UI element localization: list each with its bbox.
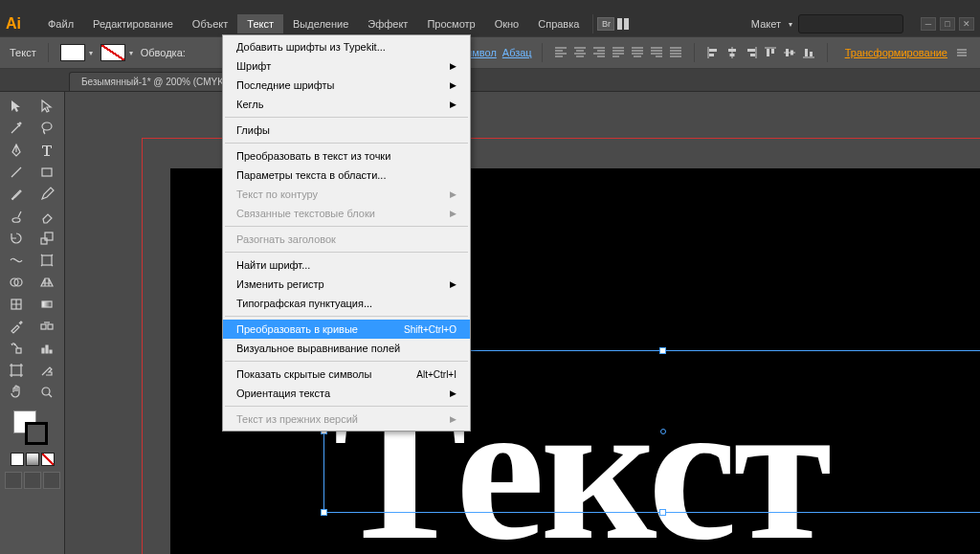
menu-view[interactable]: Просмотр [417, 14, 484, 33]
obj-align-left-icon[interactable] [704, 44, 722, 61]
lasso-tool[interactable] [33, 118, 61, 139]
align-right-icon[interactable] [590, 44, 608, 61]
app-logo: Ai [6, 15, 21, 33]
paintbrush-tool[interactable] [2, 184, 31, 205]
bridge-icon[interactable]: Br [597, 17, 614, 31]
menu-select[interactable]: Выделение [283, 14, 358, 33]
obj-align-bottom-icon[interactable] [800, 44, 817, 61]
menu-item-label: Кегль [236, 99, 263, 110]
rectangle-tool[interactable] [33, 162, 61, 183]
close-button[interactable]: ✕ [959, 17, 974, 31]
gradient-tool[interactable] [33, 294, 61, 315]
align-center-icon[interactable] [571, 44, 589, 61]
menu-item[interactable]: Преобразовать в кривыеShift+Ctrl+O [223, 320, 470, 339]
menu-effect[interactable]: Эффект [358, 14, 417, 33]
type-tool[interactable] [33, 140, 61, 161]
menu-item[interactable]: Кегль▶ [223, 95, 470, 114]
menu-object[interactable]: Объект [183, 14, 237, 33]
menu-item[interactable]: Ориентация текста▶ [223, 384, 470, 403]
menu-item[interactable]: Преобразовать в текст из точки [223, 146, 470, 166]
justify-all-icon[interactable] [667, 44, 684, 61]
scale-tool[interactable] [33, 228, 61, 249]
eraser-tool[interactable] [33, 206, 61, 227]
menu-file[interactable]: Файл [38, 14, 83, 33]
stroke-swatch[interactable] [100, 44, 125, 61]
arrange-docs-icon[interactable] [614, 15, 632, 33]
submenu-arrow-icon: ▶ [450, 100, 457, 109]
justify-left-icon[interactable] [610, 44, 627, 61]
fill-stroke-selector[interactable] [0, 410, 64, 447]
rotate-tool[interactable] [2, 228, 31, 249]
menu-item[interactable]: Типографская пунктуация... [223, 294, 470, 313]
column-graph-tool[interactable] [33, 338, 61, 359]
menu-item[interactable]: Показать скрытые символыAlt+Ctrl+I [223, 365, 470, 384]
obj-align-hcenter-icon[interactable] [724, 44, 741, 61]
slice-tool[interactable] [33, 360, 61, 381]
fill-swatch[interactable] [60, 44, 85, 61]
pencil-tool[interactable] [33, 184, 61, 205]
zoom-tool[interactable] [33, 382, 61, 403]
workspace-label[interactable]: Макет [751, 18, 781, 30]
perspective-grid-tool[interactable] [33, 272, 61, 293]
draw-behind[interactable] [24, 472, 41, 489]
mesh-tool[interactable] [2, 294, 31, 315]
eyedropper-tool[interactable] [2, 316, 31, 337]
obj-align-top-icon[interactable] [762, 44, 779, 61]
menu-item[interactable]: Изменить регистр▶ [223, 275, 470, 294]
menu-item[interactable]: Глифы [223, 121, 470, 140]
menu-item[interactable]: Визуальное выравнивание полей [223, 339, 470, 358]
center-point [660, 429, 666, 434]
selection-tool[interactable] [2, 96, 31, 117]
magic-wand-tool[interactable] [2, 118, 31, 139]
stroke-label: Обводка: [141, 47, 186, 58]
chevron-down-icon[interactable]: ▾ [89, 49, 93, 57]
resize-handle[interactable] [659, 509, 666, 516]
canvas[interactable]: Текст [65, 92, 980, 554]
line-tool[interactable] [2, 162, 31, 183]
svg-rect-13 [810, 52, 813, 56]
direct-selection-tool[interactable] [33, 96, 61, 117]
search-input[interactable] [798, 14, 903, 33]
menu-item[interactable]: Параметры текста в области... [223, 166, 470, 185]
maximize-button[interactable]: □ [940, 17, 955, 31]
draw-normal[interactable] [5, 472, 22, 489]
transform-panel-link[interactable]: Трансформирование [845, 47, 947, 58]
blob-brush-tool[interactable] [2, 206, 31, 227]
pen-tool[interactable] [2, 140, 31, 161]
menu-text[interactable]: Текст [237, 14, 283, 33]
panel-menu-icon[interactable] [953, 44, 970, 61]
document-tab[interactable]: Безымянный-1* @ 200% (CMYK/П [69, 72, 246, 91]
artboard-tool[interactable] [2, 360, 31, 381]
resize-handle[interactable] [659, 347, 666, 354]
menu-help[interactable]: Справка [528, 14, 589, 33]
minimize-button[interactable]: ─ [921, 17, 936, 31]
menu-edit[interactable]: Редактирование [83, 14, 183, 33]
menu-window[interactable]: Окно [485, 14, 529, 33]
chevron-down-icon[interactable]: ▾ [789, 20, 792, 29]
resize-handle[interactable] [321, 509, 327, 516]
justify-center-icon[interactable] [629, 44, 646, 61]
justify-right-icon[interactable] [648, 44, 665, 61]
symbol-sprayer-tool[interactable] [2, 338, 31, 359]
obj-align-right-icon[interactable] [743, 44, 760, 61]
menu-item[interactable]: Шрифт▶ [223, 56, 470, 76]
free-transform-tool[interactable] [33, 250, 61, 271]
hand-tool[interactable] [2, 382, 31, 403]
align-left-icon[interactable] [552, 44, 569, 61]
menu-item[interactable]: Добавить шрифты из Typekit... [223, 37, 470, 56]
stroke-color[interactable] [25, 422, 48, 445]
paragraph-panel-link[interactable]: Абзац [502, 47, 532, 58]
obj-align-vcenter-icon[interactable] [781, 44, 798, 61]
menu-item-label: Текст по контуру [236, 188, 318, 200]
gradient-mode[interactable] [26, 453, 39, 466]
width-tool[interactable] [2, 250, 31, 271]
chevron-down-icon[interactable]: ▾ [129, 49, 133, 57]
shape-builder-tool[interactable] [2, 272, 31, 293]
separator [827, 43, 828, 62]
color-mode[interactable] [11, 453, 24, 466]
blend-tool[interactable] [33, 316, 61, 337]
none-mode[interactable] [41, 453, 55, 466]
menu-item[interactable]: Последние шрифты▶ [223, 76, 470, 95]
draw-inside[interactable] [43, 472, 60, 489]
menu-item[interactable]: Найти шрифт... [223, 255, 470, 275]
